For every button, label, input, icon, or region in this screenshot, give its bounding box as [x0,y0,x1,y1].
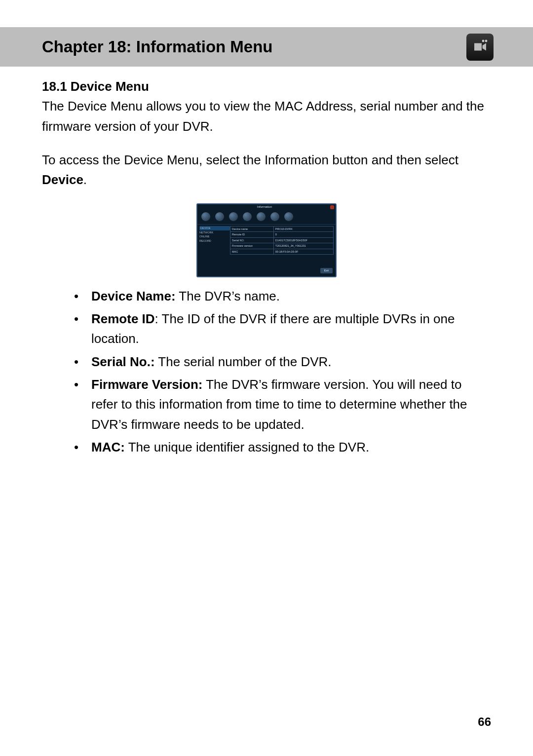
term: Firmware Version: [91,377,202,392]
chapter-header: Chapter 18: Information Menu [0,27,533,67]
table-row: Device namePRO10-DVR4 [230,226,334,232]
table-row: Firmware versionT20120821_34_Y061231 [230,243,334,249]
list-item: Remote ID: The ID of the DVR if there ar… [74,309,491,349]
desc: The unique identifier assigned to the DV… [125,440,369,454]
chapter-title: Chapter 18: Information Menu [42,38,273,56]
section-title: 18.1 Device Menu [42,79,149,94]
field-description-list: Device Name: The DVR’s name. Remote ID: … [74,286,491,457]
access-text: To access the Device Menu, select the In… [42,152,458,167]
dvr-tab-icon[interactable] [270,212,279,221]
list-item: Firmware Version: The DVR’s firmware ver… [74,375,491,434]
table-row: MAC00:18:F5:0A:D5:0F [230,249,334,255]
desc: The DVR’s name. [176,289,280,303]
term: Remote ID [91,311,155,326]
list-item: MAC: The unique identifier assigned to t… [74,437,491,457]
dvr-information-window: Information DEVICE NETWORK ONLINE RECORD… [196,203,337,277]
term: Device Name: [91,289,176,303]
desc: The serial number of the DVR. [155,354,332,369]
exit-button[interactable]: Exit [320,268,333,273]
dvr-sidebar-item[interactable]: RECORD [199,239,230,243]
access-paragraph: To access the Device Menu, select the In… [42,150,491,190]
page-body: 18.1 Device Menu The Device Menu allows … [0,67,533,457]
dvr-sidebar-item[interactable]: DEVICE [199,226,230,230]
list-item: Device Name: The DVR’s name. [74,286,491,306]
page-number: 66 [478,715,491,729]
access-bold: Device [42,172,83,187]
term: MAC: [91,440,125,454]
table-row: Serial NO.D14017C50018F50AD50F [230,237,334,243]
dvr-sidebar-item[interactable]: NETWORK [199,230,230,235]
dvr-tab-icon[interactable] [243,212,252,221]
camera-app-icon [466,34,494,61]
dvr-tab-icon[interactable] [201,212,210,221]
intro-paragraph: The Device Menu allows you to view the M… [42,96,491,136]
dvr-info-table: Device namePRO10-DVR4 Remote ID0 Serial … [230,225,336,257]
dvr-tab-icon[interactable] [257,212,266,221]
dvr-tab-icon[interactable] [284,212,293,221]
dvr-tab-icon[interactable] [215,212,224,221]
dvr-sidebar-item[interactable]: ONLINE [199,234,230,239]
term: Serial No.: [91,354,155,369]
list-item: Serial No.: The serial number of the DVR… [74,352,491,372]
close-icon[interactable] [330,205,334,209]
access-post: . [83,172,87,187]
table-row: Remote ID0 [230,232,334,238]
dvr-sidebar: DEVICE NETWORK ONLINE RECORD [197,225,230,257]
svg-point-0 [482,40,484,42]
svg-point-1 [485,40,487,42]
dvr-window-title: Information [257,205,272,209]
dvr-tab-icon[interactable] [229,212,238,221]
dvr-top-icon-row [197,210,336,225]
